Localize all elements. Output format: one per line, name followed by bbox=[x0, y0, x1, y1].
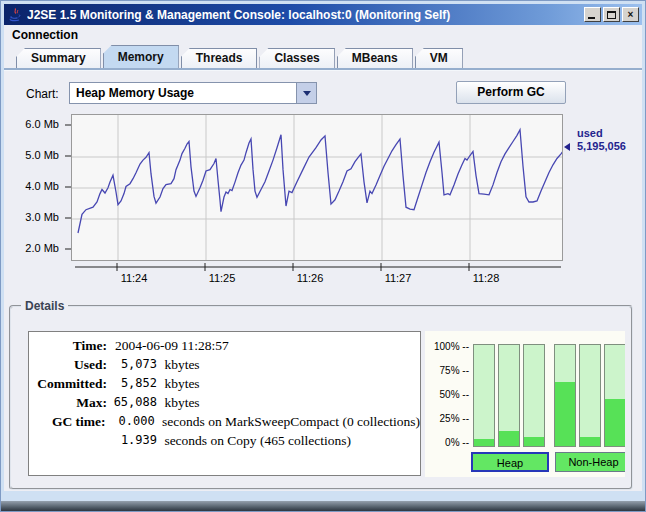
heap-button[interactable]: Heap bbox=[471, 452, 549, 472]
chevron-down-icon bbox=[303, 91, 311, 100]
app-window: J2SE 1.5 Monitoring & Management Console… bbox=[0, 0, 646, 512]
current-value-marker-icon bbox=[560, 143, 570, 151]
title-bar: J2SE 1.5 Monitoring & Management Console… bbox=[4, 4, 642, 25]
detail-label: GC time: bbox=[29, 412, 106, 431]
tab-summary[interactable]: Summary bbox=[16, 48, 101, 68]
maximize-icon bbox=[607, 11, 616, 19]
memory-pool-bar bbox=[498, 344, 520, 447]
x-tick-label: 11:27 bbox=[378, 272, 418, 286]
tab-bar: Summary Memory Threads Classes MBeans VM bbox=[4, 45, 642, 68]
detail-label: Used: bbox=[29, 355, 107, 374]
memory-pool-bar bbox=[523, 344, 545, 447]
detail-number: 1.939 bbox=[111, 431, 157, 450]
detail-value: kbytes bbox=[161, 393, 200, 412]
chart-legend: used 5,195,056 bbox=[577, 127, 626, 153]
memory-pool-bar-fill bbox=[605, 399, 625, 446]
details-panel: Time:2004-06-09 11:28:57 Used:5,073 kbyt… bbox=[28, 331, 421, 476]
y-tick-label: 4.0 Mb bbox=[17, 180, 59, 194]
window-bottom-edge bbox=[1, 501, 645, 511]
tab-classes[interactable]: Classes bbox=[259, 48, 334, 68]
tab-memory[interactable]: Memory bbox=[103, 45, 179, 68]
y-tick-label: 6.0 Mb bbox=[17, 118, 59, 132]
memory-pool-bar-fill bbox=[555, 382, 575, 446]
detail-value: seconds on Copy (465 collections) bbox=[161, 431, 351, 450]
detail-value: seconds on MarkSweepCompact (0 collectio… bbox=[159, 412, 420, 431]
details-group: Details Time:2004-06-09 11:28:57 Used:5,… bbox=[9, 305, 633, 490]
window-title: J2SE 1.5 Monitoring & Management Console… bbox=[27, 8, 580, 22]
memory-pool-bar-fill bbox=[474, 439, 494, 446]
tab-threads[interactable]: Threads bbox=[181, 48, 258, 68]
memory-tab-panel: Chart: Heap Memory Usage Perform GC 6.0 … bbox=[4, 68, 642, 491]
tab-mbeans[interactable]: MBeans bbox=[337, 48, 413, 68]
memory-pool-bar-fill bbox=[524, 437, 544, 446]
legend-current-value: 5,195,056 bbox=[577, 140, 626, 153]
legend-series-name: used bbox=[577, 127, 626, 140]
percent-scale-label: 50% -- bbox=[429, 389, 469, 400]
memory-pool-bar-fill bbox=[580, 437, 600, 446]
detail-number: 5,073 bbox=[111, 355, 157, 374]
memory-pools-panel: Heap Non-Heap 100% --75% --50% --25% --0… bbox=[425, 331, 625, 477]
memory-pool-bar-fill bbox=[499, 431, 519, 446]
memory-pool-bar bbox=[604, 344, 625, 447]
client-area: Connection Summary Memory Threads Classe… bbox=[4, 25, 642, 491]
percent-scale-label: 100% -- bbox=[429, 341, 469, 352]
maximize-button[interactable] bbox=[603, 7, 620, 22]
detail-number: 5,852 bbox=[111, 374, 157, 393]
memory-pool-bar bbox=[579, 344, 601, 447]
chart-select-label: Chart: bbox=[26, 87, 59, 101]
x-tick-label: 11:24 bbox=[114, 272, 154, 286]
x-tick-label: 11:26 bbox=[290, 272, 330, 286]
detail-number: 65,088 bbox=[111, 393, 157, 412]
detail-label bbox=[29, 431, 107, 450]
minimize-button[interactable] bbox=[584, 7, 601, 22]
chart-type-selected-value: Heap Memory Usage bbox=[70, 83, 296, 103]
detail-value: kbytes bbox=[161, 374, 200, 393]
perform-gc-button[interactable]: Perform GC bbox=[456, 81, 566, 104]
detail-value: kbytes bbox=[161, 355, 200, 374]
details-group-title: Details bbox=[21, 299, 68, 313]
percent-scale-label: 75% -- bbox=[429, 365, 469, 376]
detail-value: 2004-06-09 11:28:57 bbox=[115, 336, 229, 355]
y-tick-label: 3.0 Mb bbox=[17, 211, 59, 225]
chart-type-select[interactable]: Heap Memory Usage bbox=[69, 82, 317, 104]
percent-scale-label: 0% -- bbox=[429, 437, 469, 448]
minimize-icon bbox=[588, 17, 595, 19]
detail-label: Committed: bbox=[29, 374, 107, 393]
percent-scale-label: 25% -- bbox=[429, 413, 469, 424]
java-cup-icon bbox=[7, 7, 23, 23]
x-tick-label: 11:28 bbox=[466, 272, 506, 286]
heap-usage-chart bbox=[71, 114, 563, 261]
y-tick-label: 5.0 Mb bbox=[17, 149, 59, 163]
detail-number: 0.000 bbox=[110, 412, 155, 431]
non-heap-button[interactable]: Non-Heap bbox=[555, 452, 625, 472]
tab-vm[interactable]: VM bbox=[415, 48, 463, 68]
x-tick-label: 11:25 bbox=[202, 272, 242, 286]
memory-pool-bar bbox=[554, 344, 576, 447]
detail-label: Max: bbox=[29, 393, 107, 412]
menu-bar: Connection bbox=[4, 25, 642, 45]
menu-connection[interactable]: Connection bbox=[4, 25, 86, 45]
series-line-used bbox=[78, 130, 563, 233]
detail-label: Time: bbox=[29, 336, 107, 355]
close-button[interactable]: × bbox=[622, 7, 639, 22]
combo-dropdown-button[interactable] bbox=[296, 83, 316, 103]
memory-pool-bar bbox=[473, 344, 495, 447]
y-tick-label: 2.0 Mb bbox=[17, 242, 59, 256]
close-icon: × bbox=[628, 10, 634, 20]
